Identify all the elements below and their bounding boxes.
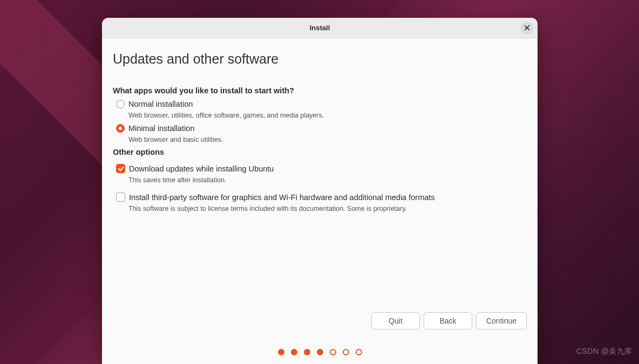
normal-install-option[interactable]: Normal installation (113, 98, 527, 109)
minimal-install-option[interactable]: Minimal installation (113, 122, 527, 134)
back-button[interactable]: Back (424, 312, 472, 329)
normal-install-desc: Web browser, utilities, office software,… (113, 109, 527, 122)
continue-button[interactable]: Continue (476, 312, 527, 329)
checkbox-icon (116, 193, 125, 202)
normal-install-label: Normal installation (128, 100, 193, 108)
download-updates-label: Download updates while installing Ubuntu (129, 164, 274, 173)
checkbox-checked-icon (116, 164, 125, 173)
step-dot (343, 349, 349, 355)
other-options-heading: Other options (113, 148, 527, 156)
download-updates-desc: This saves time after installation. (113, 174, 527, 187)
minimal-install-label: Minimal installation (128, 124, 195, 133)
installer-window: Install Updates and other software What … (102, 18, 538, 364)
radio-icon (116, 100, 125, 108)
step-dot (356, 349, 362, 355)
progress-steps (278, 349, 362, 355)
minimal-install-desc: Web browser and basic utilities. (113, 134, 527, 147)
step-dot (317, 349, 323, 355)
close-icon (524, 23, 530, 33)
step-dot (278, 349, 284, 355)
radio-checked-icon (116, 124, 125, 133)
step-dot (291, 349, 297, 355)
download-updates-option[interactable]: Download updates while installing Ubuntu (113, 160, 527, 174)
third-party-label: Install third-party software for graphic… (129, 193, 435, 202)
apps-question: What apps would you like to install to s… (113, 86, 527, 95)
page-heading: Updates and other software (113, 51, 527, 67)
step-dot (330, 349, 336, 355)
third-party-option[interactable]: Install third-party software for graphic… (113, 187, 527, 203)
window-title: Install (310, 24, 330, 32)
watermark-text: CSDN @吴九库 (576, 347, 633, 356)
step-dot (304, 349, 310, 355)
close-button[interactable] (520, 22, 533, 35)
third-party-desc: This software is subject to license term… (113, 203, 527, 216)
button-row: Quit Back Continue (371, 312, 527, 329)
titlebar: Install (102, 18, 538, 38)
quit-button[interactable]: Quit (371, 312, 420, 329)
